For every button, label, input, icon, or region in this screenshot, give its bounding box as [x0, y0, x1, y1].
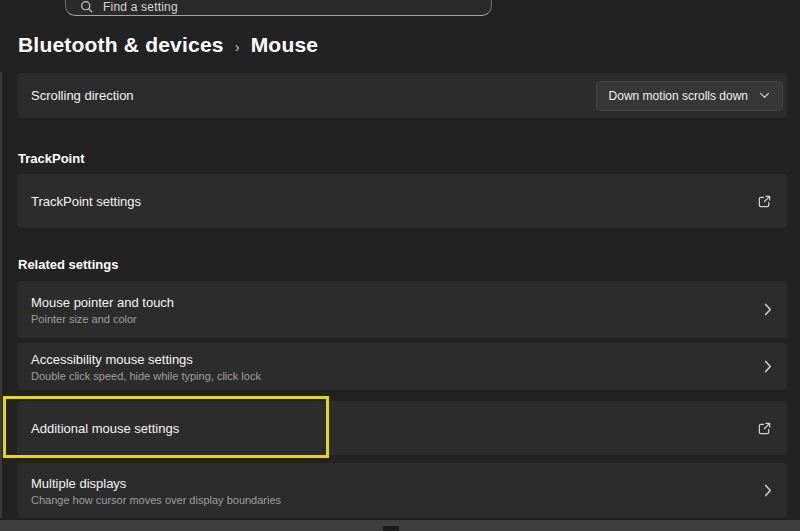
row-trackpoint-settings[interactable]: TrackPoint settings [17, 174, 787, 228]
mouse-pointer-subtitle: Pointer size and color [31, 313, 764, 325]
external-link-icon [757, 194, 772, 209]
row-scrolling-direction: Scrolling direction Down motion scrolls … [17, 73, 787, 118]
window-left-edge [0, 72, 2, 518]
row-mouse-pointer-and-touch[interactable]: Mouse pointer and touch Pointer size and… [17, 281, 787, 338]
row-multiple-displays[interactable]: Multiple displays Change how cursor move… [17, 463, 787, 518]
search-input[interactable]: Find a setting [65, 0, 492, 16]
search-icon [80, 0, 93, 13]
section-header-related: Related settings [18, 257, 118, 272]
trackpoint-settings-label: TrackPoint settings [17, 194, 757, 209]
scrolling-direction-label: Scrolling direction [17, 88, 596, 103]
chevron-down-icon [759, 92, 770, 99]
chevron-right-icon [764, 303, 772, 316]
additional-mouse-settings-label: Additional mouse settings [17, 421, 757, 436]
row-accessibility-mouse-settings[interactable]: Accessibility mouse settings Double clic… [17, 343, 787, 390]
settings-window: Find a setting Bluetooth & devices › Mou… [0, 0, 800, 531]
multiple-displays-subtitle: Change how cursor moves over display bou… [31, 494, 764, 506]
window-bottom-edge [0, 520, 800, 531]
breadcrumb-separator-icon: › [235, 38, 240, 55]
breadcrumb-parent[interactable]: Bluetooth & devices [18, 33, 224, 57]
section-header-trackpoint: TrackPoint [18, 151, 84, 166]
page-title: Mouse [251, 33, 319, 57]
external-link-icon [757, 421, 772, 436]
search-placeholder: Find a setting [103, 0, 178, 14]
scrolling-direction-value: Down motion scrolls down [609, 89, 748, 103]
accessibility-label: Accessibility mouse settings [31, 352, 764, 367]
scrolling-direction-dropdown[interactable]: Down motion scrolls down [596, 81, 783, 111]
breadcrumb: Bluetooth & devices › Mouse [18, 33, 318, 57]
row-additional-mouse-settings[interactable]: Additional mouse settings [17, 401, 787, 455]
chevron-right-icon [764, 484, 772, 497]
mouse-pointer-label: Mouse pointer and touch [31, 295, 764, 310]
chevron-right-icon [764, 360, 772, 373]
accessibility-subtitle: Double click speed, hide while typing, c… [31, 370, 764, 382]
multiple-displays-label: Multiple displays [31, 476, 764, 491]
window-bottom-notch [383, 526, 399, 531]
